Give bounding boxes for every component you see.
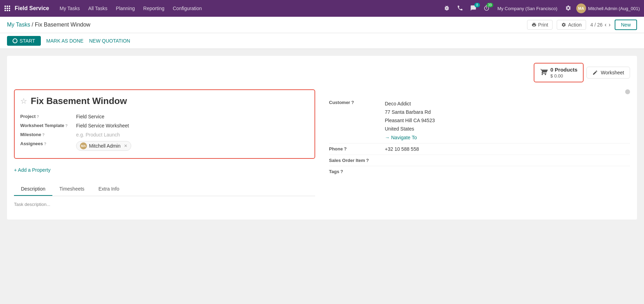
assignees-row: Assignees ? MA Mitchell Admin ✕ bbox=[20, 139, 309, 153]
print-button[interactable]: Print bbox=[527, 20, 553, 30]
breadcrumb: My Tasks / Fix Basement Window bbox=[7, 22, 527, 28]
start-button[interactable]: START bbox=[7, 36, 41, 46]
customer-name[interactable]: Deco Addict bbox=[385, 100, 630, 108]
mark-done-button[interactable]: MARK AS DONE bbox=[46, 38, 84, 44]
cart-icon bbox=[540, 68, 548, 77]
new-button[interactable]: New bbox=[615, 20, 637, 30]
customer-address-line3: United States bbox=[385, 125, 630, 133]
tab-content: Task description... bbox=[14, 196, 315, 213]
phone-icon[interactable] bbox=[455, 3, 465, 14]
task-title[interactable]: Fix Basement Window bbox=[31, 96, 127, 106]
worksheet-button[interactable]: Worksheet bbox=[586, 67, 630, 79]
top-navigation: Field Service My Tasks All Tasks Plannin… bbox=[0, 0, 644, 17]
assignee-avatar: MA bbox=[80, 142, 87, 149]
product-count: 0 Products bbox=[550, 66, 578, 73]
settings-icon[interactable] bbox=[565, 5, 571, 12]
prev-button[interactable]: ‹ bbox=[605, 22, 606, 28]
company-name: My Company (San Francisco) bbox=[497, 6, 557, 11]
tags-help-icon[interactable]: ? bbox=[340, 169, 343, 174]
new-quotation-button[interactable]: NEW QUOTATION bbox=[89, 38, 130, 44]
tabs-row: Description Timesheets Extra Info bbox=[14, 183, 315, 196]
customer-address-line2: Pleasant Hill CA 94523 bbox=[385, 117, 630, 125]
pagination-text: 4 / 26 bbox=[590, 22, 602, 28]
customer-row: Customer ? Deco Addict 77 Santa Barbara … bbox=[329, 97, 630, 143]
nav-my-tasks[interactable]: My Tasks bbox=[56, 4, 83, 13]
chat-icon[interactable]: 8 bbox=[468, 3, 479, 14]
star-icon[interactable]: ☆ bbox=[20, 97, 27, 106]
nav-planning[interactable]: Planning bbox=[112, 4, 139, 13]
next-button[interactable]: › bbox=[609, 22, 610, 28]
assignee-chip[interactable]: MA Mitchell Admin ✕ bbox=[76, 141, 131, 151]
tags-label: Tags ? bbox=[329, 169, 385, 174]
chat-badge: 8 bbox=[474, 3, 480, 7]
svg-rect-8 bbox=[9, 10, 10, 11]
action-button[interactable]: Action bbox=[557, 20, 586, 30]
svg-rect-5 bbox=[9, 8, 10, 9]
timer-badge: 39 bbox=[487, 3, 493, 7]
product-price: $ 0.00 bbox=[550, 73, 578, 79]
products-widget[interactable]: 0 Products $ 0.00 bbox=[534, 63, 584, 82]
svg-rect-3 bbox=[5, 8, 6, 9]
phone-row: Phone ? +32 10 588 558 bbox=[329, 143, 630, 155]
phone-value[interactable]: +32 10 588 558 bbox=[385, 146, 630, 152]
milestone-help-icon[interactable]: ? bbox=[42, 133, 45, 137]
sales-order-help-icon[interactable]: ? bbox=[366, 158, 369, 163]
form-left: ☆ Fix Basement Window Project ? Field Se… bbox=[14, 89, 315, 213]
customer-value: Deco Addict 77 Santa Barbara Rd Pleasant… bbox=[385, 100, 630, 140]
breadcrumb-separator: / bbox=[32, 22, 35, 28]
customer-help-icon[interactable]: ? bbox=[351, 100, 354, 105]
form-body: ☆ Fix Basement Window Project ? Field Se… bbox=[14, 89, 630, 213]
sales-order-label: Sales Order Item ? bbox=[329, 158, 385, 163]
project-value[interactable]: Field Service bbox=[76, 114, 309, 119]
svg-rect-6 bbox=[5, 10, 6, 11]
worksheet-label: Worksheet bbox=[601, 70, 624, 75]
tab-timesheets[interactable]: Timesheets bbox=[52, 183, 91, 196]
phone-label: Phone ? bbox=[329, 146, 385, 151]
product-info: 0 Products $ 0.00 bbox=[550, 66, 578, 79]
add-property-button[interactable]: + Add a Property bbox=[14, 164, 51, 176]
tab-description[interactable]: Description bbox=[14, 183, 52, 196]
nav-reporting[interactable]: Reporting bbox=[140, 4, 168, 13]
svg-rect-4 bbox=[7, 8, 8, 9]
pagination: 4 / 26 ‹ › bbox=[590, 22, 610, 28]
tags-row: Tags ? bbox=[329, 166, 630, 177]
nav-all-tasks[interactable]: All Tasks bbox=[85, 4, 111, 13]
worksheet-template-help-icon[interactable]: ? bbox=[65, 124, 68, 128]
remove-assignee-button[interactable]: ✕ bbox=[124, 143, 127, 148]
worksheet-template-label: Worksheet Template ? bbox=[20, 123, 76, 128]
phone-help-icon[interactable]: ? bbox=[344, 146, 347, 151]
user-name: Mitchell Admin (Aug_001) bbox=[588, 6, 640, 11]
grid-icon[interactable] bbox=[4, 5, 10, 12]
project-help-icon[interactable]: ? bbox=[37, 114, 39, 119]
customer-label: Customer ? bbox=[329, 100, 385, 105]
widget-bar: 0 Products $ 0.00 Worksheet bbox=[14, 63, 630, 82]
project-label: Project ? bbox=[20, 114, 76, 119]
breadcrumb-parent[interactable]: My Tasks bbox=[7, 22, 30, 28]
nav-configuration[interactable]: Configuration bbox=[169, 4, 205, 13]
navigate-to-button[interactable]: → Navigate To bbox=[385, 135, 630, 140]
breadcrumb-bar: My Tasks / Fix Basement Window Print Act… bbox=[0, 17, 644, 33]
start-label: START bbox=[20, 38, 35, 44]
arrow-icon: → bbox=[385, 135, 390, 140]
svg-rect-0 bbox=[5, 6, 6, 7]
assignees-value: MA Mitchell Admin ✕ bbox=[76, 141, 309, 151]
customer-address: Deco Addict 77 Santa Barbara Rd Pleasant… bbox=[385, 100, 630, 133]
milestone-label: Milestone ? bbox=[20, 132, 76, 137]
user-info[interactable]: MA Mitchell Admin (Aug_001) bbox=[576, 3, 640, 13]
tab-extra-info[interactable]: Extra Info bbox=[91, 183, 126, 196]
sub-action-bar: START MARK AS DONE NEW QUOTATION bbox=[0, 33, 644, 49]
action-label: Action bbox=[568, 22, 582, 28]
bug-icon[interactable] bbox=[442, 3, 452, 14]
print-label: Print bbox=[538, 22, 548, 28]
milestone-row: Milestone ? e.g. Product Launch bbox=[20, 130, 309, 139]
start-circle-icon bbox=[13, 38, 17, 43]
main-content: 0 Products $ 0.00 Worksheet ☆ Fix Baseme… bbox=[0, 49, 644, 304]
form-right: Customer ? Deco Addict 77 Santa Barbara … bbox=[329, 89, 630, 213]
form-card: 0 Products $ 0.00 Worksheet ☆ Fix Baseme… bbox=[7, 56, 637, 220]
timer-icon[interactable]: 39 bbox=[481, 3, 492, 14]
customer-section: Customer ? Deco Addict 77 Santa Barbara … bbox=[329, 97, 630, 177]
assignee-name: Mitchell Admin bbox=[89, 143, 120, 149]
worksheet-template-value[interactable]: Field Service Worksheet bbox=[76, 123, 309, 128]
assignees-help-icon[interactable]: ? bbox=[44, 142, 46, 146]
milestone-input[interactable]: e.g. Product Launch bbox=[76, 132, 309, 138]
